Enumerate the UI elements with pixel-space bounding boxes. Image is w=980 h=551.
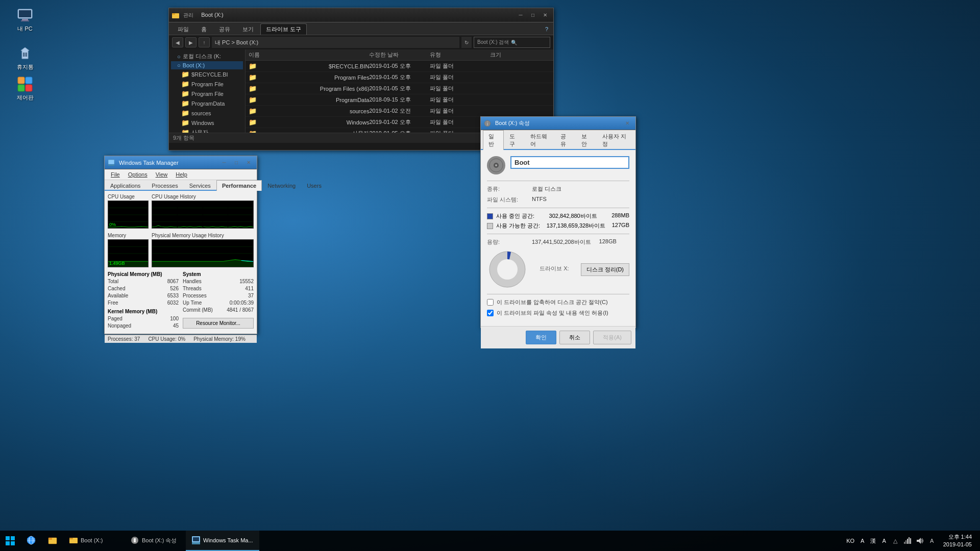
prop-tab-hardware[interactable]: 하드웨어 [525,130,555,150]
drive-name-input[interactable] [510,156,629,169]
start-button[interactable] [0,531,20,551]
compress-checkbox[interactable] [487,299,494,306]
prop-tab-share[interactable]: 공유 [555,130,576,150]
ribbon-tabs: 파일 홈 공유 보기 드라이브 도구 ? [169,22,553,35]
sidebar-item-windows[interactable]: 📁 Windows [171,118,243,128]
system-title: System [183,271,254,277]
tab-drive-tools[interactable]: 드라이브 도구 [260,23,307,35]
address-input[interactable]: 내 PC > Boot (X:) [212,37,459,48]
table-row[interactable]: 📁 ProgramData 2018-09-15 오후파일 폴더 [246,94,553,106]
tab-applications[interactable]: Applications [105,180,146,191]
table-row[interactable]: 📁 Program Files 2019-01-05 오후파일 폴더 [246,72,553,83]
tm-menu-options[interactable]: Options [124,170,152,179]
up-button[interactable]: ↑ [199,37,210,47]
sidebar-item-program2[interactable]: 📁 Program File [171,89,243,98]
disk-cleanup-button[interactable]: 디스크 정리(D) [581,263,629,276]
taskbar-item-ie[interactable] [20,531,42,551]
used-bytes: 302,842,880바이트 [549,212,597,220]
input-a2[interactable]: A [880,538,888,544]
tm-close[interactable]: ✕ [243,158,254,167]
tray-volume[interactable] [915,536,925,546]
prop-checkboxes: 이 드라이브를 압축하여 디스크 공간 절약(C) 이 드라이브의 파일 속성 … [487,298,629,317]
tab-services[interactable]: Services [184,180,216,191]
folder-icon: 📁 [249,107,348,115]
cpu-core-2 [178,201,203,228]
table-row[interactable]: 📁 $RECYCLE.BIN 2019-01-05 오후파일 폴더 [246,61,553,72]
svg-rect-16 [152,201,177,228]
memory-graph: 1.49GB [108,239,149,267]
prop-tabs: 일반 도구 하드웨어 공유 보안 사용자 지정 [481,130,635,150]
index-checkbox[interactable] [487,310,494,316]
taskbar-item-taskmanager[interactable]: Windows Task Ma... [186,531,259,551]
sidebar-item-local-disk[interactable]: ○ 로컬 디스크 (K: [171,52,243,61]
desktop-icon-control-panel[interactable]: 제어판 [7,74,43,103]
tab-performance[interactable]: Performance [216,180,262,191]
tm-minimize[interactable]: ─ [219,158,229,167]
refresh-button[interactable]: ↻ [461,37,472,48]
prop-close[interactable]: ✕ [622,119,632,128]
help-icon[interactable]: ? [543,24,550,34]
prop-tab-tools[interactable]: 도구 [504,130,525,150]
cancel-button[interactable]: 취소 [559,331,590,344]
taskbar-item-explorer[interactable] [42,531,63,551]
ok-button[interactable]: 확인 [526,331,556,344]
tm-menu-view[interactable]: View [152,170,172,179]
tray-clock[interactable]: 오후 1:44 2019-01-05 [939,533,976,549]
folder-icon: 📁 [249,85,318,92]
tab-processes[interactable]: Processes [146,180,183,191]
forward-button[interactable]: ▶ [185,37,197,47]
apply-button[interactable]: 적용(A) [593,331,631,344]
stat-row-processes: Processes 37 [183,292,254,299]
resource-monitor-button[interactable]: Resource Monitor... [183,318,254,329]
back-button[interactable]: ◀ [172,37,183,47]
maximize-button[interactable]: □ [528,11,538,20]
tm-maximize[interactable]: □ [231,158,241,167]
tm-statusbar: Processes: 37 CPU Usage: 0% Physical Mem… [105,335,257,343]
physical-memory-title: Physical Memory (MB) [108,271,179,277]
tray-ime-flag[interactable]: A [927,536,937,546]
sidebar-item-recycle[interactable]: 📁 $RECYCLE.BI [171,69,243,79]
sidebar-item-users[interactable]: 📁 사용자 [171,128,243,133]
tab-users[interactable]: Users [301,180,327,191]
tab-file[interactable]: 파일 [172,23,194,35]
svg-rect-6 [18,85,24,91]
memory-history-graph [152,239,254,267]
prop-tab-general[interactable]: 일반 [483,130,504,150]
prop-tab-customize[interactable]: 사용자 지정 [597,130,633,150]
prop-tab-security[interactable]: 보안 [576,130,597,150]
sidebar-item-sources[interactable]: 📁 sources [171,108,243,118]
tray-up-arrow[interactable]: △ [890,536,900,546]
minimize-button[interactable]: ─ [516,11,526,20]
tab-view[interactable]: 보기 [237,23,259,35]
taskbar-item-boot[interactable]: Boot (X:) [63,531,125,551]
tray-network[interactable] [902,536,913,546]
ime-a2: A [882,538,886,544]
tm-menu-file[interactable]: File [107,170,124,179]
ie-icon [27,536,36,545]
tab-networking[interactable]: Networking [262,180,301,191]
memory-history-section: Physical Memory Usage History [152,233,254,267]
sidebar-item-boot[interactable]: ○ Boot (X:) [171,61,243,69]
desktop-icon-my-pc[interactable]: 내 PC [7,5,43,34]
tab-share[interactable]: 공유 [213,23,236,35]
free-space-info: 사용 가능한 공간: 137,138,659,328바이트 127GB [496,222,629,230]
taskbar: Boot (X:) Boot (X:) 속성 Windows Task Ma..… [0,531,980,551]
desktop-icon-recycle[interactable]: 휴지통 [7,43,43,72]
language-indicator[interactable]: KO [844,538,856,544]
taskbar-item-properties[interactable]: Boot (X:) 속성 [125,531,186,551]
close-button[interactable]: ✕ [540,11,550,20]
table-row[interactable]: 📁 Program Files (x86) 2019-01-05 오후파일 폴더 [246,83,553,94]
svg-rect-4 [18,77,24,84]
input-method[interactable]: A [859,538,866,544]
table-row[interactable]: 📁 sources 2019-01-02 오전파일 폴더 [246,106,553,117]
task-manager-window: Windows Task Manager ─ □ ✕ File Options … [104,156,257,334]
system-section: System Handles 15552 Threads 411 Process… [183,271,254,314]
cpu-history-label: CPU Usage History [152,194,254,199]
sidebar-item-program1[interactable]: 📁 Program File [171,79,243,89]
input-han[interactable]: 漢 [868,537,878,545]
tab-home[interactable]: 홈 [195,23,212,35]
search-input[interactable]: Boot (X:) 검색 🔍 [474,37,550,48]
tm-menu-help[interactable]: Help [172,170,191,179]
sidebar-item-programdata[interactable]: 📁 ProgramData [171,98,243,108]
folder-icon-pf1: 📁 [181,80,189,88]
